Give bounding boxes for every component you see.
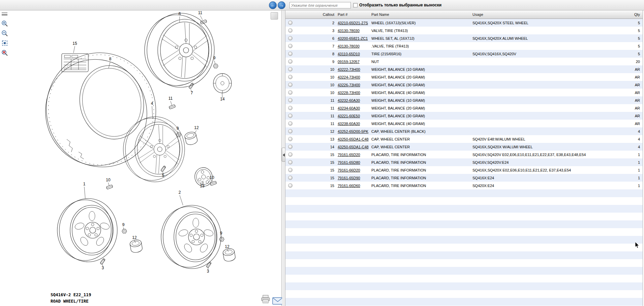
diagram-callout[interactable]: 4: [151, 101, 153, 106]
expand-plus-icon[interactable]: +: [288, 75, 293, 79]
diagram-callout[interactable]: 13: [200, 184, 205, 188]
expand-plus-icon[interactable]: +: [288, 160, 293, 164]
show-selected-checkbox[interactable]: [353, 3, 358, 7]
table-row[interactable]: +1143221-60E50WEIGHT, BALANCE (30 GRAM)A…: [285, 112, 643, 120]
table-row[interactable]: +1579161-65D80PLACARD, TIRE INFORMATIONS…: [285, 158, 643, 166]
expand-plus-icon[interactable]: +: [288, 59, 293, 64]
table-row[interactable]: +1043222-73H00WEIGHT, BALANCE (10 GRAM)A…: [285, 65, 643, 73]
part-number-link[interactable]: 43234-60A30: [338, 106, 371, 110]
diagram-callout[interactable]: 11: [198, 10, 203, 15]
expand-plus-icon[interactable]: +: [288, 129, 293, 133]
table-row[interactable]: +1043224-73H00WEIGHT, BALANCE (20 GRAM)A…: [285, 73, 643, 81]
diagram-callout[interactable]: 12: [132, 235, 137, 240]
diagram-callout[interactable]: 14: [220, 97, 225, 101]
table-row[interactable]: +1579161-65D90PLACARD, TIRE INFORMATIONS…: [285, 174, 643, 182]
part-number-link[interactable]: 43238-60A30: [338, 122, 371, 126]
nav-back-icon[interactable]: ←: [269, 1, 277, 9]
diagram-callout[interactable]: 8: [109, 57, 112, 61]
table-row[interactable]: +1579161-66D60PLACARD, TIRE INFORMATIONS…: [285, 182, 643, 189]
table-row[interactable]: +643200-65821-ZC1WHEEL SET, AL (16X7JJ)S…: [285, 34, 643, 42]
part-number-link[interactable]: 43221-60E50: [338, 114, 371, 118]
expand-plus-icon[interactable]: +: [288, 21, 293, 25]
diagram-callout[interactable]: 3: [207, 269, 209, 274]
part-number-link[interactable]: 79161-65D20: [338, 153, 371, 157]
expand-plus-icon[interactable]: +: [288, 83, 293, 87]
filter-input[interactable]: [289, 2, 351, 8]
table-row[interactable]: +1579161-65D20PLACARD, TIRE INFORMATIONS…: [285, 151, 643, 158]
expand-plus-icon[interactable]: +: [288, 168, 293, 172]
table-row[interactable]: +343130-78030VALVE, TIRE (TR413)5: [285, 27, 643, 34]
part-number-link[interactable]: 43110-65D10: [338, 52, 371, 56]
part-number-link[interactable]: 79161-66D60: [338, 184, 371, 188]
table-row[interactable]: +243210-65D21-27SWHEEL (16X7JJ)(SILVER)S…: [285, 19, 643, 27]
diagram-callout[interactable]: 9: [213, 56, 216, 60]
diagram-callout[interactable]: 6: [179, 11, 181, 16]
table-row[interactable]: +1143234-60A30WEIGHT, BALANCE (20 GRAM)A…: [285, 104, 643, 112]
part-number-link[interactable]: 43130-78030: [338, 29, 371, 33]
part-number-link[interactable]: 43222-73H00: [338, 67, 371, 71]
expand-plus-icon[interactable]: +: [288, 36, 293, 40]
part-number-link[interactable]: 43224-73H00: [338, 75, 371, 79]
table-row[interactable]: +1043228-73H00WEIGHT, BALANCE (40 GRAM)A…: [285, 89, 643, 96]
table-row[interactable]: +1043226-73H00WEIGHT, BALANCE (30 GRAM)A…: [285, 81, 643, 89]
diagram-callout[interactable]: 12: [194, 125, 199, 130]
expand-plus-icon[interactable]: +: [288, 176, 293, 180]
expand-plus-icon[interactable]: +: [288, 106, 293, 110]
table-row[interactable]: +1343250-65DA1-C48CAP, WHEEL CENTERSQ420…: [285, 135, 643, 143]
part-number-link[interactable]: 43200-65821-ZC1: [338, 36, 371, 40]
diagram-callout[interactable]: 10: [106, 178, 111, 182]
expand-plus-icon[interactable]: +: [288, 67, 293, 71]
table-row[interactable]: +1443250-65DA1-C48CAP, WHEEL CENTERSQ416…: [285, 143, 643, 151]
table-row[interactable]: +1243252-65D00-5PKCAP, WHEEL CENTER (BLA…: [285, 127, 643, 135]
part-number-link[interactable]: 43228-73H00: [338, 91, 371, 95]
part-number-link[interactable]: 43252-65D00-5PK: [338, 129, 371, 133]
part-number-link[interactable]: 43130-78030: [338, 44, 371, 48]
expand-plus-icon[interactable]: +: [288, 145, 293, 149]
expand-plus-icon[interactable]: +: [288, 121, 293, 126]
expand-plus-icon[interactable]: +: [288, 44, 293, 48]
expand-plus-icon[interactable]: +: [288, 52, 293, 56]
email-icon[interactable]: [272, 297, 283, 305]
part-number-link[interactable]: 43226-73H00: [338, 83, 371, 87]
empty-row: [285, 213, 643, 220]
part-number-link[interactable]: 79161-65D90: [338, 176, 371, 180]
expand-plus-icon[interactable]: +: [288, 152, 293, 157]
diagram-callout[interactable]: 11: [168, 96, 173, 101]
diagram-callout[interactable]: 1: [83, 182, 86, 186]
diagram-callout[interactable]: 12: [225, 244, 229, 249]
cell-qty: 5: [631, 21, 643, 25]
nav-forward-icon[interactable]: →: [278, 1, 285, 9]
part-number-link[interactable]: 43232-60A30: [338, 98, 371, 102]
expand-plus-icon[interactable]: +: [288, 183, 293, 188]
expand-plus-icon[interactable]: +: [288, 114, 293, 118]
table-row[interactable]: +909159-12057NUT20: [285, 58, 643, 65]
part-number-link[interactable]: 43210-65D21-27S: [338, 21, 371, 25]
diagram-callout[interactable]: 9: [177, 126, 179, 131]
part-number-link[interactable]: 79161-66D20: [338, 168, 371, 172]
diagram-callout[interactable]: 9: [220, 231, 222, 236]
diagram-callout[interactable]: 9: [122, 222, 125, 227]
part-number-link[interactable]: 79161-65D80: [338, 160, 371, 164]
expand-plus-icon[interactable]: +: [288, 90, 293, 95]
diagram-callout[interactable]: 5: [162, 173, 164, 178]
diagram-callout[interactable]: 15: [72, 41, 77, 46]
table-row[interactable]: +1143232-60A30WEIGHT, BALANCE (10 GRAM)A…: [285, 96, 643, 104]
part-number-link[interactable]: 43250-65DA1-C48: [338, 137, 371, 141]
table-row[interactable]: +743130-78030.VALVE, TIRE (TR413)5: [285, 42, 643, 50]
part-number-link[interactable]: 09159-12057: [338, 60, 371, 64]
diagram-callout[interactable]: 10: [210, 175, 214, 180]
expand-plus-icon[interactable]: +: [288, 28, 293, 33]
print-icon[interactable]: [260, 295, 271, 304]
show-selected-label[interactable]: Отобразить только выбранные выноски: [359, 3, 441, 7]
part-number-link[interactable]: 43250-65DA1-C48: [338, 145, 371, 149]
expand-plus-icon[interactable]: +: [288, 137, 293, 141]
diagram-callout[interactable]: 3: [102, 266, 104, 270]
diagram-callout[interactable]: 7: [191, 91, 193, 95]
diagram-callout[interactable]: 2: [179, 190, 181, 195]
table-row[interactable]: +1143238-60A30WEIGHT, BALANCE (40 GRAM)A…: [285, 120, 643, 127]
header-usage: Usage: [472, 10, 631, 19]
table-row[interactable]: +1579161-66D20PLACARD, TIRE INFORMATIONS…: [285, 166, 643, 174]
expand-plus-icon[interactable]: +: [288, 98, 293, 102]
table-row[interactable]: +843110-65D10TIRE (215/65R16)SQ416V,SQ41…: [285, 50, 643, 58]
row-icon-cell: +: [285, 28, 299, 33]
